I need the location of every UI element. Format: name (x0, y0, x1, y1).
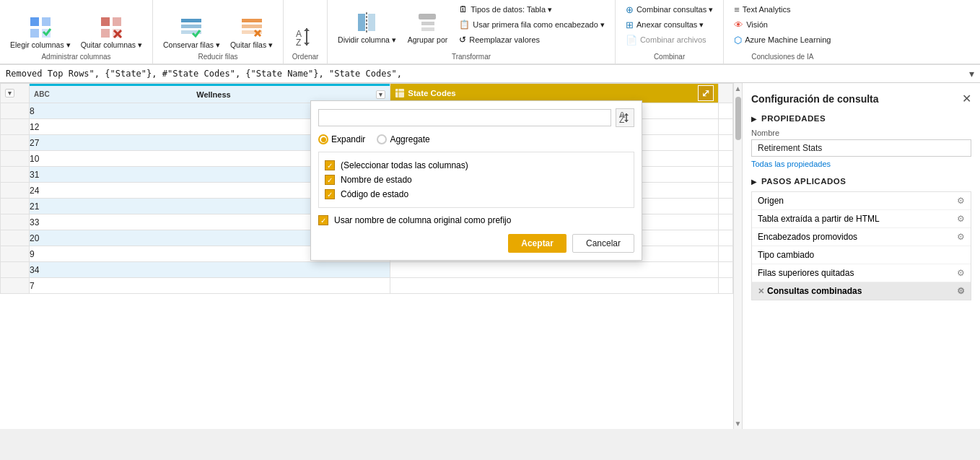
sort-group-label: Ordenar (292, 53, 319, 64)
svg-rect-10 (181, 19, 201, 22)
step-encabezados-gear[interactable]: ⚙ (957, 232, 965, 242)
datatypes-button[interactable]: 🗓 Tipos de datos: Tabla ▾ (455, 3, 609, 17)
step-x-icon[interactable]: ✕ (758, 287, 764, 296)
keep-rows-icon (180, 16, 203, 39)
properties-section-header: ▶ PROPIEDADES (751, 114, 971, 123)
text-analytics-icon: ≡ (734, 4, 740, 15)
choose-columns-button[interactable]: Elegir columnas ▾ (6, 5, 75, 51)
choose-columns-label: Elegir columnas ▾ (10, 40, 71, 50)
wellness-filter-btn[interactable]: ▾ (376, 90, 385, 99)
vertical-scrollbar[interactable]: ▲ ▼ (733, 83, 742, 429)
divide-column-button[interactable]: Dividir columna ▾ (333, 0, 401, 46)
keep-rows-button[interactable]: Conservar filas ▾ (159, 5, 224, 51)
wellness-val: 24 (30, 186, 39, 196)
dropdown-search-input[interactable] (318, 109, 611, 126)
merge-queries-button[interactable]: ⊕ Combinar consultas ▾ (621, 3, 717, 17)
checkbox-codigo-estado[interactable]: ✓ Código de estado (325, 187, 628, 201)
ribbon-group-transform: Dividir columna ▾ Agrupar por 🗓 Tipos de… (328, 0, 616, 64)
step-origen[interactable]: Origen ⚙ (752, 192, 971, 210)
extra-header (719, 84, 733, 103)
checkbox-nombre-estado-box: ✓ (325, 175, 335, 185)
table-row: 34 (1, 262, 733, 278)
sort-button[interactable]: A Z (289, 5, 321, 51)
manage-cols-label: Administrar columnas (41, 53, 110, 64)
dropdown-search-row: AZ (318, 108, 634, 127)
checkbox-nombre-estado[interactable]: ✓ Nombre de estado (325, 173, 628, 187)
cancel-button[interactable]: Cancelar (572, 234, 634, 253)
expand-label: Expandir (331, 134, 365, 144)
combine-group-label: Combinar (654, 53, 685, 64)
table-area: ▾ ABC Wellness ▾ (0, 83, 733, 429)
expand-aggregate-row: Expandir Aggregate (318, 134, 634, 144)
reduce-rows-label: Reducir filas (198, 53, 238, 64)
replace-values-button[interactable]: ↺ Reemplazar valores (455, 32, 609, 46)
step-tipo[interactable]: Tipo cambiado (752, 246, 971, 264)
svg-rect-0 (30, 17, 39, 26)
wellness-val: 7 (30, 281, 35, 291)
step-tabla-html-gear[interactable]: ⚙ (957, 214, 965, 224)
applied-steps-section-title: PASOS APLICADOS (761, 177, 846, 186)
aggregate-radio-circle (377, 134, 387, 144)
step-filas-superiores-gear[interactable]: ⚙ (957, 268, 965, 278)
step-encabezados-label: Encabezados promovidos (758, 232, 857, 242)
step-origen-gear[interactable]: ⚙ (957, 196, 965, 206)
use-prefix-row[interactable]: ✓ Usar nombre de columna original como p… (318, 215, 634, 225)
vision-button[interactable]: 👁 Visión (730, 18, 835, 32)
group-by-button[interactable]: Agrupar por (403, 0, 452, 46)
row-num-header: ▾ (1, 84, 30, 103)
step-encabezados[interactable]: Encabezados promovidos ⚙ (752, 228, 971, 246)
vision-label: Visión (746, 20, 768, 29)
accept-button[interactable]: Aceptar (508, 234, 566, 253)
text-analytics-button[interactable]: ≡ Text Analytics (730, 3, 835, 17)
combine-files-label: Combinar archivos (640, 35, 706, 44)
step-consultas-combinadas-actions: ⚙ (957, 286, 965, 296)
expand-radio[interactable]: Expandir (318, 134, 365, 144)
step-origen-label: Origen (758, 196, 784, 206)
first-row-icon: 📋 (459, 19, 470, 30)
ribbon-group-combine: ⊕ Combinar consultas ▾ ⊞ Anexar consulta… (616, 0, 724, 64)
use-prefix-checkbox[interactable]: ✓ (318, 215, 328, 225)
remove-rows-button[interactable]: Quitar filas ▾ (226, 5, 277, 51)
svg-rect-5 (113, 17, 121, 26)
group-by-icon (416, 11, 439, 34)
properties-section-title: PROPIEDADES (761, 114, 826, 123)
all-properties-link[interactable]: Todas las propiedades (751, 160, 971, 168)
sort-az-button[interactable]: AZ (616, 108, 634, 127)
azure-ml-label: Azure Machine Learning (745, 35, 831, 44)
remove-columns-button[interactable]: Quitar columnas ▾ (76, 5, 146, 51)
formula-expand-button[interactable]: ▾ (969, 68, 974, 79)
transform-group-label: Transformar (452, 53, 491, 64)
panel-close-button[interactable]: ✕ (962, 92, 971, 105)
svg-rect-21 (358, 14, 365, 31)
checkbox-select-all[interactable]: ✓ (Seleccionar todas las columnas) (325, 158, 628, 173)
step-consultas-combinadas-gear[interactable]: ⚙ (957, 286, 965, 296)
scroll-thumb[interactable] (735, 97, 741, 140)
expand-radio-circle (318, 134, 328, 144)
first-row-button[interactable]: 📋 Usar primera fila como encabezado ▾ (455, 18, 609, 32)
state-codes-table-icon (395, 88, 405, 98)
step-tabla-html-actions: ⚙ (957, 214, 965, 224)
steps-list: Origen ⚙ Tabla extraída a partir de HTML… (751, 191, 971, 300)
append-queries-button[interactable]: ⊞ Anexar consultas ▾ (621, 18, 717, 32)
append-icon: ⊞ (626, 19, 634, 30)
merge-icon: ⊕ (626, 4, 634, 15)
properties-arrow-icon: ▶ (751, 115, 757, 123)
azure-ml-button[interactable]: ⬡ Azure Machine Learning (730, 33, 835, 47)
checkbox-codigo-estado-box: ✓ (325, 189, 335, 199)
step-consultas-combinadas[interactable]: ✕Consultas combinadas ⚙ (752, 282, 971, 300)
row-num-filter[interactable]: ▾ (5, 89, 14, 97)
state-codes-expand-btn[interactable]: ⤢ (698, 85, 714, 101)
step-filas-superiores[interactable]: Filas superiores quitadas ⚙ (752, 264, 971, 282)
panel-header: Configuración de consulta ✕ (751, 92, 971, 105)
combine-files-button[interactable]: 📄 Combinar archivos (621, 33, 717, 47)
wellness-val: 34 (30, 265, 39, 275)
azure-icon: ⬡ (734, 35, 742, 45)
applied-steps-section-header: ▶ PASOS APLICADOS (751, 177, 971, 186)
name-prop-input[interactable] (751, 139, 971, 157)
checkbox-codigo-estado-label: Código de estado (341, 189, 408, 199)
keep-rows-label: Conservar filas ▾ (163, 40, 220, 50)
step-tabla-html[interactable]: Tabla extraída a partir de HTML ⚙ (752, 210, 971, 228)
wellness-col-label: Wellness (196, 90, 231, 99)
choose-columns-icon (29, 16, 52, 39)
aggregate-radio[interactable]: Aggregate (377, 134, 429, 144)
